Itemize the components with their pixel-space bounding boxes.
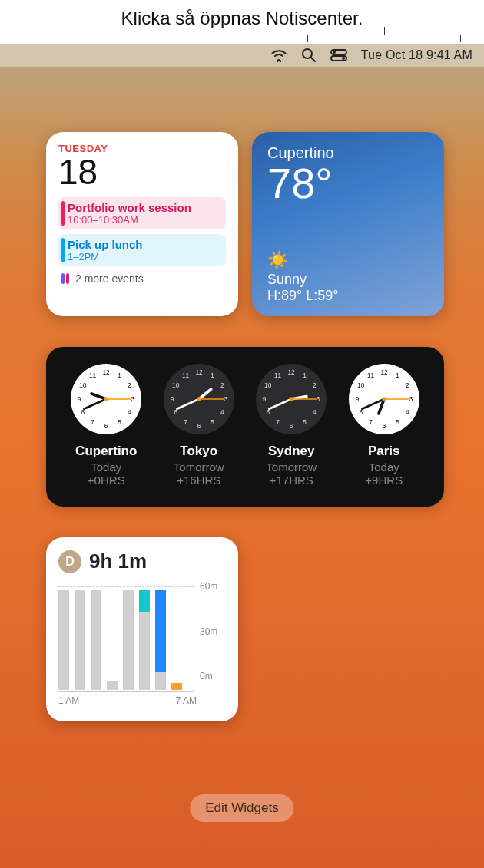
calendar-more-events[interactable]: 2 more events — [58, 272, 226, 285]
avatar: D — [58, 550, 81, 573]
weather-temp: 78° — [267, 162, 429, 205]
weather-widget[interactable]: Cupertino 78° ☀️ Sunny H:89° L:59° — [252, 132, 444, 316]
calendar-date: 18 — [58, 151, 226, 193]
svg-text:8: 8 — [267, 409, 270, 416]
svg-text:12: 12 — [288, 369, 296, 376]
annotation-text: Klicka så öppnas Notiscenter. — [0, 8, 484, 29]
spotlight-icon[interactable] — [301, 48, 317, 63]
edit-widgets-button[interactable]: Edit Widgets — [190, 794, 293, 822]
svg-text:12: 12 — [380, 369, 388, 376]
clock-day: Tomorrow — [153, 460, 246, 474]
svg-text:2: 2 — [128, 382, 131, 389]
svg-text:12: 12 — [103, 369, 111, 376]
control-center-icon[interactable] — [330, 49, 347, 61]
y-label: 0m — [200, 671, 226, 682]
wifi-icon[interactable] — [270, 48, 287, 62]
svg-text:1: 1 — [303, 372, 307, 379]
clock-face-icon: 123456789101112 — [164, 364, 234, 434]
svg-text:4: 4 — [313, 409, 317, 416]
world-clock-widget[interactable]: 123456789101112 Cupertino Today +0HRS 12… — [46, 347, 444, 507]
svg-text:7: 7 — [184, 419, 187, 426]
clock-day: Today — [60, 460, 153, 474]
screentime-total: 9h 1m — [89, 550, 147, 573]
svg-text:9: 9 — [263, 396, 267, 403]
weather-condition: Sunny — [267, 272, 429, 288]
clock-offset: +16HRS — [153, 474, 246, 487]
svg-line-35 — [177, 399, 199, 409]
menubar: Tue Oct 18 9:41 AM — [0, 44, 484, 67]
svg-text:11: 11 — [367, 372, 375, 379]
clock-city: Tokyo — [153, 444, 246, 459]
svg-text:7: 7 — [369, 419, 373, 426]
y-label: 30m — [200, 626, 226, 637]
clock-item: 123456789101112 Paris Today +9HRS — [338, 364, 431, 487]
event-time: 1–2PM — [68, 251, 220, 262]
svg-text:9: 9 — [170, 396, 174, 403]
svg-text:6: 6 — [290, 423, 293, 430]
callout-stem — [384, 27, 385, 35]
svg-point-3 — [333, 51, 336, 54]
svg-text:10: 10 — [172, 382, 180, 389]
weather-high-low: H:89° L:59° — [267, 288, 429, 304]
event-time: 10:00–10:30AM — [68, 214, 220, 226]
y-label: 60m — [200, 581, 226, 592]
svg-text:10: 10 — [79, 382, 87, 389]
clock-item: 123456789101112 Tokyo Tomorrow +16HRS — [153, 364, 246, 487]
svg-text:7: 7 — [91, 419, 94, 426]
svg-text:1: 1 — [396, 372, 399, 379]
clock-item: 123456789101112 Cupertino Today +0HRS — [60, 364, 153, 487]
svg-text:8: 8 — [359, 409, 363, 416]
x-label: 1 AM — [58, 695, 79, 706]
screentime-widget[interactable]: D 9h 1m 60m 30m 0m 1 AM 7 AM — [46, 537, 238, 721]
svg-text:9: 9 — [78, 396, 81, 403]
svg-text:5: 5 — [396, 419, 399, 426]
svg-text:12: 12 — [195, 369, 203, 376]
svg-line-18 — [91, 394, 106, 399]
svg-text:6: 6 — [104, 423, 108, 430]
svg-text:5: 5 — [303, 419, 307, 426]
svg-text:1: 1 — [211, 372, 214, 379]
bar — [107, 681, 118, 690]
svg-text:4: 4 — [220, 409, 224, 416]
clock-offset: +17HRS — [245, 474, 338, 487]
bar — [75, 590, 85, 690]
svg-point-53 — [289, 397, 293, 401]
event-title: Pick up lunch — [68, 238, 220, 251]
svg-line-34 — [199, 389, 211, 399]
clock-day: Tomorrow — [245, 460, 338, 474]
screentime-chart: 60m 30m 0m — [58, 581, 226, 692]
more-dots-icon — [61, 273, 69, 284]
x-label: 7 AM — [176, 695, 197, 706]
svg-text:11: 11 — [182, 372, 190, 379]
clock-face-icon: 123456789101112 — [256, 364, 327, 434]
svg-text:8: 8 — [81, 409, 85, 416]
calendar-event[interactable]: Portfolio work session 10:00–10:30AM — [58, 197, 226, 229]
bar — [58, 590, 69, 690]
svg-text:2: 2 — [313, 382, 317, 389]
svg-text:10: 10 — [264, 382, 272, 389]
svg-line-51 — [270, 399, 292, 409]
more-label: 2 more events — [75, 272, 144, 285]
menubar-datetime[interactable]: Tue Oct 18 9:41 AM — [361, 48, 472, 62]
clock-city: Paris — [338, 444, 431, 459]
svg-text:11: 11 — [274, 372, 282, 379]
svg-text:7: 7 — [276, 419, 280, 426]
clock-city: Sydney — [245, 444, 338, 459]
clock-day: Today — [338, 460, 431, 474]
clock-item: 123456789101112 Sydney Tomorrow +17HRS — [245, 364, 338, 487]
calendar-event[interactable]: Pick up lunch 1–2PM — [58, 234, 226, 266]
desktop: Tue Oct 18 9:41 AM TUESDAY 18 Portfolio … — [0, 44, 484, 868]
calendar-widget[interactable]: TUESDAY 18 Portfolio work session 10:00–… — [46, 132, 238, 316]
event-title: Portfolio work session — [68, 201, 220, 214]
svg-point-21 — [104, 397, 108, 401]
clock-offset: +0HRS — [60, 474, 153, 487]
svg-text:5: 5 — [118, 419, 121, 426]
svg-text:2: 2 — [406, 382, 409, 389]
svg-text:8: 8 — [174, 409, 177, 416]
clock-offset: +9HRS — [338, 474, 431, 487]
svg-text:10: 10 — [357, 382, 365, 389]
svg-text:11: 11 — [89, 372, 97, 379]
svg-text:6: 6 — [382, 423, 386, 430]
sun-icon: ☀️ — [267, 250, 429, 270]
clock-city: Cupertino — [60, 444, 153, 459]
